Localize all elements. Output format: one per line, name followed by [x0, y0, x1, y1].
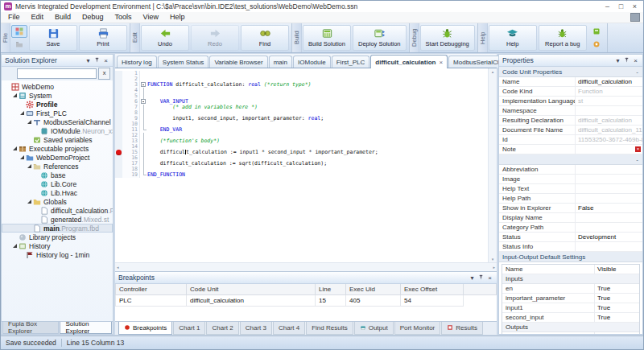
close-button[interactable]: ×: [628, 2, 642, 12]
property-row-implementation-language[interactable]: Implementation Languagest: [499, 97, 642, 106]
code-line[interactable]: 19END_FUNCTION: [115, 172, 488, 178]
breakpoint-dot-icon[interactable]: [116, 150, 122, 155]
tree-item-library-projects[interactable]: Library projects: [2, 233, 113, 241]
column-header-controller[interactable]: Controller: [116, 284, 187, 295]
property-row-image[interactable]: Image: [499, 175, 642, 184]
property-row-eno[interactable]: enoTrue: [502, 332, 639, 334]
breakpoint-gutter[interactable]: [115, 82, 122, 88]
code-line[interactable]: 7 (* add in variables here *): [115, 105, 488, 110]
misc-tool-bottom-icon[interactable]: [588, 39, 605, 51]
property-value[interactable]: [576, 194, 642, 203]
print-button[interactable]: Print: [79, 25, 127, 51]
bottom-tab-chart-4[interactable]: Chart 4: [273, 322, 305, 335]
breakpoint-gutter[interactable]: [115, 133, 122, 138]
property-value[interactable]: difficult_calculation: [576, 116, 642, 125]
property-row-show-in-explorer[interactable]: Show in ExplorerFalse: [499, 204, 642, 213]
panel-close-button[interactable]: ×: [631, 56, 640, 66]
open-solution-icon[interactable]: [11, 39, 27, 51]
property-row-status-info[interactable]: Status Info: [499, 242, 642, 252]
property-value[interactable]: True: [595, 332, 639, 334]
code-line[interactable]: 1: [115, 71, 488, 76]
menu-end-icon[interactable]: [630, 13, 640, 22]
tree-item-difficult-calculation[interactable]: difficult_calculation.Function: [2, 206, 113, 215]
property-value[interactable]: [576, 175, 642, 183]
menu-build[interactable]: Build: [49, 12, 76, 23]
property-value[interactable]: True: [595, 294, 639, 303]
property-value[interactable]: st: [576, 97, 642, 105]
property-row-en[interactable]: enTrue: [502, 284, 639, 294]
expand-arrow-icon[interactable]: [19, 111, 25, 115]
bottom-tab-chart-2[interactable]: Chart 2: [206, 322, 238, 335]
tree-item-modbusserialchannel[interactable]: ModbusSerialChannel: [2, 117, 113, 126]
editor-tab-iomodule[interactable]: IOModule: [293, 56, 331, 68]
property-value[interactable]: [576, 106, 642, 115]
editor-tab-variable-browser[interactable]: Variable Browser: [209, 56, 267, 68]
code-view[interactable]: 123FUNCTION difficult_calculation: real …: [115, 68, 488, 262]
tree-item-first-plc[interactable]: First_PLC: [2, 109, 113, 117]
property-row-help-path[interactable]: Help Path: [499, 194, 642, 204]
menu-edit[interactable]: Edit: [26, 12, 50, 23]
tree-item-profile[interactable]: Profile: [2, 100, 113, 109]
tab-solution-explorer[interactable]: Solution Explorer: [60, 322, 112, 334]
build-solution-button[interactable]: Build Solution: [303, 25, 351, 51]
menu-view[interactable]: View: [138, 12, 164, 23]
property-row-help-text[interactable]: Help Text: [499, 184, 642, 194]
tab-close-icon[interactable]: ×: [439, 59, 443, 66]
editor-tab-history-log[interactable]: History log: [117, 56, 157, 68]
property-value[interactable]: False: [576, 204, 642, 212]
property-row-input1[interactable]: input1True: [502, 303, 639, 313]
property-row-second-input[interactable]: second_inputTrue: [502, 313, 639, 323]
property-value[interactable]: [576, 165, 642, 174]
property-value[interactable]: [576, 213, 642, 222]
tree-item-main[interactable]: main.Program.fbd: [2, 224, 113, 233]
tree-item-history[interactable]: History: [2, 241, 113, 250]
property-value[interactable]: Function: [576, 87, 642, 96]
tree-search-clear-button[interactable]: x: [98, 68, 110, 80]
tree-item-history-log-1min[interactable]: History log - 1min: [2, 250, 113, 259]
property-value[interactable]: difficult_calculation: [576, 77, 642, 86]
property-value[interactable]: True: [595, 313, 639, 322]
panel-menu-button[interactable]: ▾: [613, 56, 622, 66]
editor-tab-first-plc[interactable]: First_PLC: [332, 56, 370, 68]
undo-button[interactable]: Undo: [141, 25, 189, 51]
code-line[interactable]: 3FUNCTION difficult_calculation: real (*…: [115, 82, 488, 88]
tree-item-iomodule[interactable]: IOModule.Neuron_xS50.1.0.v: [2, 126, 113, 135]
property-value[interactable]: difficult_calculation_11553...: [576, 126, 642, 134]
property-row-id[interactable]: Id11553250-3672-469b-80a...: [499, 135, 642, 145]
expand-arrow-icon[interactable]: [19, 155, 25, 159]
expand-arrow-icon[interactable]: [11, 146, 18, 150]
breakpoint-gutter[interactable]: [115, 88, 122, 93]
property-row-code-kind[interactable]: Code KindFunction: [499, 87, 642, 97]
bottom-tab-port-monitor[interactable]: Port Monitor: [394, 322, 441, 335]
breakpoint-gutter[interactable]: [115, 110, 122, 116]
editor-tab-main[interactable]: main: [269, 56, 292, 68]
property-value[interactable]: [576, 184, 642, 193]
property-value[interactable]: ×: [576, 145, 642, 154]
find-button[interactable]: Find: [241, 25, 289, 51]
breakpoint-gutter[interactable]: [115, 76, 122, 82]
bottom-tab-chart-3[interactable]: Chart 3: [240, 322, 272, 335]
auto-hide-pin-button[interactable]: [622, 56, 631, 66]
code-line[interactable]: 15 difficult_calculation := input1 * sec…: [115, 150, 488, 155]
breakpoint-gutter[interactable]: [115, 144, 122, 150]
properties-section-header[interactable]: -: [499, 154, 642, 165]
code-line[interactable]: 11 END_VAR: [115, 127, 488, 133]
new-solution-icon[interactable]: [11, 25, 27, 38]
panel-menu-button[interactable]: ▾: [468, 273, 477, 283]
breakpoint-gutter[interactable]: [115, 172, 122, 178]
auto-hide-pin-button[interactable]: [477, 273, 485, 283]
property-row-document-file-name[interactable]: Document File Namedifficult_calculation_…: [499, 126, 642, 135]
breakpoint-row[interactable]: PLCdifficult_calculation1540554: [116, 295, 497, 307]
tree-item-executable-projects[interactable]: Executable projects: [2, 144, 113, 153]
menu-debug[interactable]: Debug: [76, 12, 109, 23]
column-header-exec-offset[interactable]: Exec Offset: [401, 284, 464, 295]
minimize-button[interactable]: –: [601, 2, 614, 12]
breakpoint-gutter[interactable]: [115, 93, 122, 99]
start-debugging-button[interactable]: Start Debugging: [420, 25, 475, 51]
code-line[interactable]: 13 (*function's body*): [115, 138, 488, 144]
column-header-code-unit[interactable]: Code Unit: [187, 284, 316, 295]
tree-item-system[interactable]: System: [2, 91, 113, 100]
code-line[interactable]: 9 input1, second_input, important_parame…: [115, 116, 488, 121]
editor-vertical-scrollbar[interactable]: ▴▾: [488, 68, 497, 262]
menu-tools[interactable]: Tools: [109, 12, 138, 23]
